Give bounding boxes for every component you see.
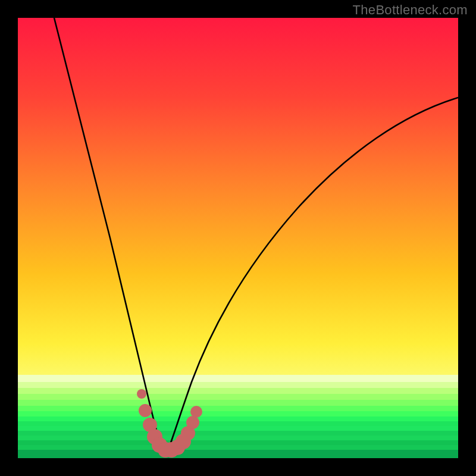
svg-rect-7 xyxy=(18,416,458,421)
watermark-label: TheBottleneck.com xyxy=(353,2,468,18)
chart-frame: TheBottleneck.com xyxy=(0,0,476,476)
svg-rect-9 xyxy=(18,426,458,431)
svg-rect-6 xyxy=(18,411,458,416)
svg-rect-13 xyxy=(18,445,458,450)
marker-dot xyxy=(139,404,152,417)
plot-svg xyxy=(18,18,458,458)
svg-rect-4 xyxy=(18,400,458,406)
marker-dot xyxy=(137,389,146,399)
svg-rect-12 xyxy=(18,440,458,445)
bottom-green-band xyxy=(18,375,458,458)
marker-dot xyxy=(186,416,199,429)
svg-rect-8 xyxy=(18,421,458,426)
svg-rect-2 xyxy=(18,388,458,394)
svg-rect-0 xyxy=(18,375,458,382)
svg-rect-3 xyxy=(18,394,458,400)
svg-rect-14 xyxy=(18,450,458,458)
svg-rect-10 xyxy=(18,431,458,436)
marker-dot xyxy=(190,406,202,418)
svg-rect-5 xyxy=(18,406,458,411)
svg-rect-11 xyxy=(18,436,458,440)
bottleneck-plot xyxy=(18,18,458,458)
svg-rect-1 xyxy=(18,382,458,388)
